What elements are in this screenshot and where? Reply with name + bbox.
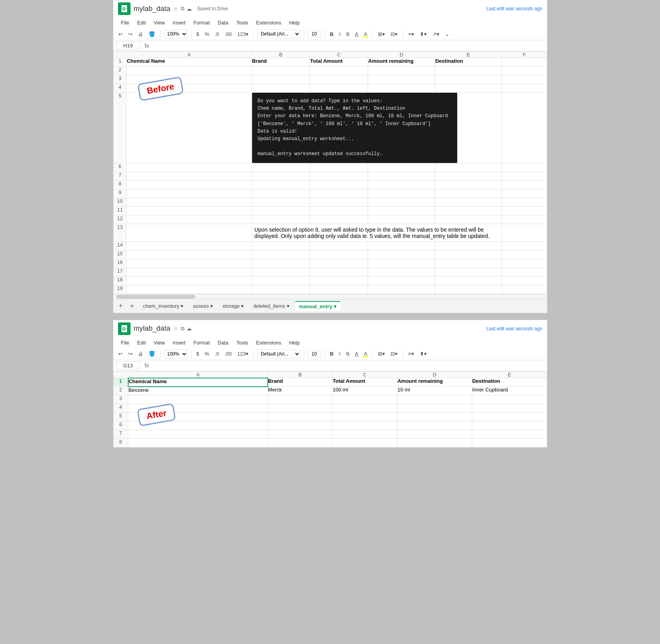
menu-format-bottom[interactable]: Format: [190, 338, 213, 347]
formula-input-bottom[interactable]: [153, 363, 544, 369]
menu-tools-top[interactable]: Tools: [233, 18, 251, 27]
align-v-btn-top[interactable]: ⬍▾: [418, 30, 429, 38]
paint-format-button-top[interactable]: 🪣: [147, 30, 157, 38]
tab-chem-inventory-top[interactable]: chem_inventory ▾: [139, 301, 187, 311]
cell-ref-bottom[interactable]: [116, 361, 140, 370]
doc-title-top[interactable]: mylab_data: [134, 5, 170, 13]
col-header-e-bottom[interactable]: E: [472, 371, 547, 378]
tab-storage-top[interactable]: storage ▾: [219, 301, 248, 311]
doc-title-bottom[interactable]: mylab_data: [134, 324, 170, 333]
font-select-top[interactable]: Default (Ari...: [257, 30, 301, 38]
menu-data-top[interactable]: Data: [215, 18, 232, 27]
dec-decimal-btn-bottom[interactable]: .0: [213, 350, 221, 358]
last-edit-top[interactable]: Last edit was seconds ago: [486, 6, 542, 11]
col-header-b-bottom[interactable]: B: [268, 371, 333, 378]
undo-button-bottom[interactable]: ↩: [116, 350, 125, 358]
fill-color-btn-top[interactable]: A: [362, 30, 369, 38]
print-button-bottom[interactable]: 🖨: [136, 350, 145, 358]
inc-decimal-btn-top[interactable]: .00: [222, 30, 234, 38]
tab-assess-top[interactable]: assess ▾: [189, 301, 217, 311]
dec-decimal-btn-top[interactable]: .0: [213, 30, 221, 38]
underline-btn-top[interactable]: A: [353, 30, 361, 38]
percent-btn-bottom[interactable]: %: [203, 350, 211, 358]
cell-c1-bottom[interactable]: Total Amount: [333, 378, 397, 387]
align-v-btn-bottom[interactable]: ⬍▾: [418, 350, 429, 358]
menu-format-top[interactable]: Format: [190, 18, 213, 27]
strike-btn-top[interactable]: S: [344, 30, 352, 38]
font-size-input-bottom[interactable]: [307, 350, 321, 358]
border-btn-bottom[interactable]: ⊞▾: [376, 350, 387, 358]
cell-ref-top[interactable]: [116, 41, 140, 50]
strike-btn-bottom[interactable]: S: [344, 350, 352, 358]
presentation-icon-bottom[interactable]: ⧉: [181, 326, 184, 332]
more-btn-top[interactable]: ⌄: [443, 30, 451, 38]
format123-btn-top[interactable]: 123▾: [235, 30, 251, 38]
bold-btn-bottom[interactable]: B: [328, 350, 335, 358]
add-sheet-btn-top[interactable]: +: [116, 301, 125, 311]
zoom-select-top[interactable]: 100%: [164, 30, 188, 38]
cell-c2-bottom[interactable]: 100 ml: [333, 387, 397, 395]
cell-a2-bottom[interactable]: Benzene: [128, 387, 268, 395]
redo-button-top[interactable]: ↪: [126, 30, 135, 38]
col-header-f-top[interactable]: F: [502, 52, 547, 58]
menu-edit-bottom[interactable]: Edit: [134, 338, 149, 347]
cell-a1-top[interactable]: Chemical Name: [127, 58, 252, 67]
col-header-a-bottom[interactable]: A: [128, 371, 268, 378]
format123-btn-bottom[interactable]: 123▾: [235, 350, 251, 358]
cell-f1-top[interactable]: [502, 58, 547, 67]
formula-input-top[interactable]: [153, 43, 544, 49]
star-icon-top[interactable]: ☆: [174, 6, 178, 12]
cell-e1-top[interactable]: Destination: [435, 58, 502, 67]
undo-button-top[interactable]: ↩: [116, 30, 125, 38]
menu-data-bottom[interactable]: Data: [215, 338, 232, 347]
cell-b2-bottom[interactable]: Merck: [268, 387, 333, 395]
col-header-a-top[interactable]: A: [127, 52, 252, 58]
col-header-c-bottom[interactable]: C: [333, 371, 397, 378]
cell-e2-bottom[interactable]: Inner Cupboard: [472, 387, 547, 395]
menu-tools-bottom[interactable]: Tools: [233, 338, 251, 347]
percent-btn-top[interactable]: %: [203, 30, 211, 38]
cell-e1-bottom[interactable]: Destination: [472, 378, 547, 387]
last-edit-bottom[interactable]: Last edit was seconds ago: [486, 326, 542, 331]
text-rotation-btn-top[interactable]: ↗▾: [430, 30, 441, 38]
menu-extensions-bottom[interactable]: Extensions: [253, 338, 284, 347]
fill-color-btn-bottom[interactable]: A: [362, 350, 369, 358]
menu-insert-top[interactable]: Insert: [170, 18, 189, 27]
cell-d2-bottom[interactable]: 10 ml: [397, 387, 472, 395]
menu-view-top[interactable]: View: [151, 18, 168, 27]
menu-view-bottom[interactable]: View: [151, 338, 168, 347]
tab-hamburger-top[interactable]: ≡: [127, 301, 138, 311]
menu-help-bottom[interactable]: Help: [286, 338, 303, 347]
col-header-e-top[interactable]: E: [435, 52, 502, 58]
menu-insert-bottom[interactable]: Insert: [170, 338, 189, 347]
col-header-d-bottom[interactable]: D: [397, 371, 472, 378]
font-size-input-top[interactable]: [307, 30, 321, 38]
cell-a1-bottom[interactable]: Chemical Name: [128, 378, 268, 387]
redo-button-bottom[interactable]: ↪: [126, 350, 135, 358]
menu-extensions-top[interactable]: Extensions: [253, 18, 284, 27]
italic-btn-top[interactable]: I: [337, 30, 342, 38]
menu-help-top[interactable]: Help: [286, 18, 303, 27]
font-select-bottom[interactable]: Default (Ari...: [257, 350, 301, 358]
menu-edit-top[interactable]: Edit: [134, 18, 149, 27]
merge-btn-top[interactable]: ⊟▾: [389, 30, 400, 38]
cell-c1-top[interactable]: Total Amount: [310, 58, 368, 67]
align-h-btn-bottom[interactable]: ≡▾: [406, 350, 416, 358]
cell-d1-top[interactable]: Amount remaining: [368, 58, 435, 67]
zoom-select-bottom[interactable]: 100%: [164, 350, 188, 358]
paint-format-button-bottom[interactable]: 🪣: [147, 350, 157, 358]
border-btn-top[interactable]: ⊞▾: [376, 30, 387, 38]
tab-deleted-items-top[interactable]: deleted_items ▾: [249, 301, 294, 311]
star-icon-bottom[interactable]: ☆: [174, 326, 178, 331]
col-header-c-top[interactable]: C: [310, 52, 368, 58]
cell-b1-bottom[interactable]: Brand: [268, 378, 333, 387]
inc-decimal-btn-bottom[interactable]: .00: [222, 350, 234, 358]
col-header-b-top[interactable]: B: [252, 52, 310, 58]
presentation-icon-top[interactable]: ⧉: [181, 6, 184, 12]
col-header-d-top[interactable]: D: [368, 52, 435, 58]
dollar-btn-bottom[interactable]: $: [194, 350, 201, 358]
menu-file-top[interactable]: File: [118, 18, 133, 27]
cell-b1-top[interactable]: Brand: [252, 58, 310, 67]
menu-file-bottom[interactable]: File: [118, 338, 133, 347]
scrollbar-top[interactable]: [113, 294, 547, 299]
